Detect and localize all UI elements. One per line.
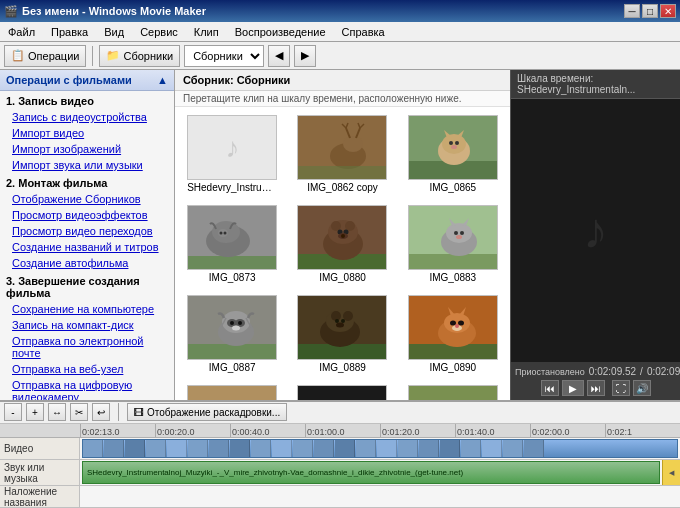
main-toolbar: 📋 Операции 📁 Сборники Сборники ◀ ▶ [0, 42, 680, 70]
menu-service[interactable]: Сервис [136, 24, 182, 40]
item-send-web[interactable]: Отправка на веб-узел [0, 361, 174, 377]
maximize-button[interactable]: □ [642, 4, 658, 18]
svg-point-18 [451, 145, 457, 149]
zoom-out-button[interactable]: - [4, 403, 22, 421]
audio-clip[interactable]: SHedevry_Instrumentalnoj_Muzyiki_-_V_mir… [82, 461, 660, 484]
collections-icon: 📁 [106, 49, 120, 62]
forward-button[interactable]: ▶ [294, 45, 316, 67]
svg-rect-20 [188, 256, 277, 270]
media-label-8: IMG_0889 [319, 362, 366, 373]
svg-point-35 [341, 234, 345, 238]
media-item-7[interactable]: IMG_0887 [179, 291, 285, 377]
item-video-effects[interactable]: Просмотр видеоэффектов [0, 207, 174, 223]
item-save-cd[interactable]: Запись на компакт-диск [0, 317, 174, 333]
media-label-2: IMG_0862 copy [307, 182, 378, 193]
collections-dropdown[interactable]: Сборники [184, 45, 264, 67]
toolbar-separator [92, 46, 93, 66]
ruler-mark-2: 0:00:40.0 [230, 424, 305, 437]
svg-point-60 [335, 319, 339, 323]
zoom-in-button[interactable]: + [26, 403, 44, 421]
audio-track: Звук или музыка SHedevry_Instrumentalnoj… [0, 460, 680, 486]
item-video-transitions[interactable]: Просмотр видео переходов [0, 223, 174, 239]
svg-rect-80 [409, 386, 498, 400]
svg-point-2 [343, 136, 363, 152]
trim-indicator[interactable]: ◀ [662, 460, 680, 485]
menu-help[interactable]: Справка [338, 24, 389, 40]
undo-button[interactable]: ↩ [92, 403, 110, 421]
item-record-video[interactable]: Запись с видеоустройства [0, 109, 174, 125]
menu-view[interactable]: Вид [100, 24, 128, 40]
item-import-video[interactable]: Импорт видео [0, 125, 174, 141]
fit-button[interactable]: ↔ [48, 403, 66, 421]
svg-point-69 [450, 321, 456, 326]
media-item-3[interactable]: IMG_0865 [400, 111, 506, 197]
menu-playback[interactable]: Воспроизведение [231, 24, 330, 40]
back-button[interactable]: ◀ [268, 45, 290, 67]
item-save-computer[interactable]: Сохранение на компьютере [0, 301, 174, 317]
media-item-11[interactable]: IMG_0894 [289, 381, 395, 400]
audio-track-content[interactable]: SHedevry_Instrumentalnoj_Muzyiki_-_V_mir… [80, 460, 680, 485]
ruler-mark-4: 0:01:20.0 [380, 424, 455, 437]
menu-bar: Файл Правка Вид Сервис Клип Воспроизведе… [0, 22, 680, 42]
media-item-4[interactable]: IMG_0873 [179, 201, 285, 287]
media-label-7: IMG_0887 [209, 362, 256, 373]
menu-clip[interactable]: Клип [190, 24, 223, 40]
media-item-6[interactable]: IMG_0883 [400, 201, 506, 287]
play-button[interactable]: ▶ [562, 380, 584, 396]
video-track-label: Видео [0, 438, 80, 459]
media-label-1: SHedevry_Instrum... [187, 182, 277, 193]
volume-button[interactable]: 🔊 [633, 380, 651, 396]
video-track-content[interactable] [80, 438, 680, 459]
ruler-mark-0: 0:02:13.0 [80, 424, 155, 437]
svg-point-43 [460, 231, 464, 235]
ruler-mark-6: 0:02:00.0 [530, 424, 605, 437]
preview-status: Приостановлено [515, 367, 585, 377]
audio-track-label: Звук или музыка [0, 460, 80, 485]
media-item-1[interactable]: ♪ SHedevry_Instrum... [179, 111, 285, 197]
video-clip[interactable] [82, 439, 678, 458]
split-button[interactable]: ✂ [70, 403, 88, 421]
section-3-title: 3. Завершение создания фильма [0, 271, 174, 301]
item-import-images[interactable]: Импорт изображений [0, 141, 174, 157]
media-item-10[interactable]: IMG_0893 [179, 381, 285, 400]
main-layout: Операции с фильмами ▲ 1. Запись видео За… [0, 70, 680, 400]
svg-point-30 [331, 221, 341, 231]
item-send-dv[interactable]: Отправка на цифровую видеокамеру [0, 377, 174, 400]
item-send-email[interactable]: Отправка по электронной почте [0, 333, 174, 361]
video-track: Видео [0, 438, 680, 460]
minimize-button[interactable]: ─ [624, 4, 640, 18]
item-import-audio[interactable]: Импорт звука или музыки [0, 157, 174, 173]
ruler-mark-1: 0:00:20.0 [155, 424, 230, 437]
collections-button[interactable]: 📁 Сборники [99, 45, 180, 67]
media-grid: ♪ SHedevry_Instrum... [175, 107, 510, 400]
svg-point-52 [238, 321, 242, 325]
item-show-collections[interactable]: Отображение Сборников [0, 191, 174, 207]
item-create-titles[interactable]: Создание названий и титров [0, 239, 174, 255]
fullscreen-button[interactable]: ⛶ [612, 380, 630, 396]
preview-title: Шкала времени: SHedevry_Instrumentaln... [511, 70, 680, 99]
media-label-3: IMG_0865 [429, 182, 476, 193]
preview-buttons: ⏮ ▶ ⏭ ⛶ 🔊 [515, 380, 676, 396]
content-header: Сборник: Сборники [175, 70, 510, 91]
media-item-2[interactable]: IMG_0862 copy [289, 111, 395, 197]
operations-button[interactable]: 📋 Операции [4, 45, 86, 67]
collapse-icon[interactable]: ▲ [157, 74, 168, 86]
media-item-5[interactable]: IMG_0880 [289, 201, 395, 287]
menu-file[interactable]: Файл [4, 24, 39, 40]
title-track-content[interactable] [80, 486, 680, 507]
storyboard-button[interactable]: 🎞 Отображение раскадровки... [127, 403, 287, 421]
preview-time-total: 0:02:09.60 [647, 366, 680, 377]
svg-point-24 [220, 232, 223, 235]
svg-rect-37 [409, 254, 498, 270]
media-item-9[interactable]: IMG_0890 [400, 291, 506, 377]
next-frame-button[interactable]: ⏭ [587, 380, 605, 396]
item-auto-movie[interactable]: Создание автофильма [0, 255, 174, 271]
video-frames [83, 440, 544, 457]
menu-edit[interactable]: Правка [47, 24, 92, 40]
media-item-12[interactable]: IMG_0895 [400, 381, 506, 400]
close-button[interactable]: ✕ [660, 4, 676, 18]
svg-point-62 [336, 323, 344, 328]
operations-icon: 📋 [11, 49, 25, 62]
media-item-8[interactable]: IMG_0889 [289, 291, 395, 377]
prev-frame-button[interactable]: ⏮ [541, 380, 559, 396]
